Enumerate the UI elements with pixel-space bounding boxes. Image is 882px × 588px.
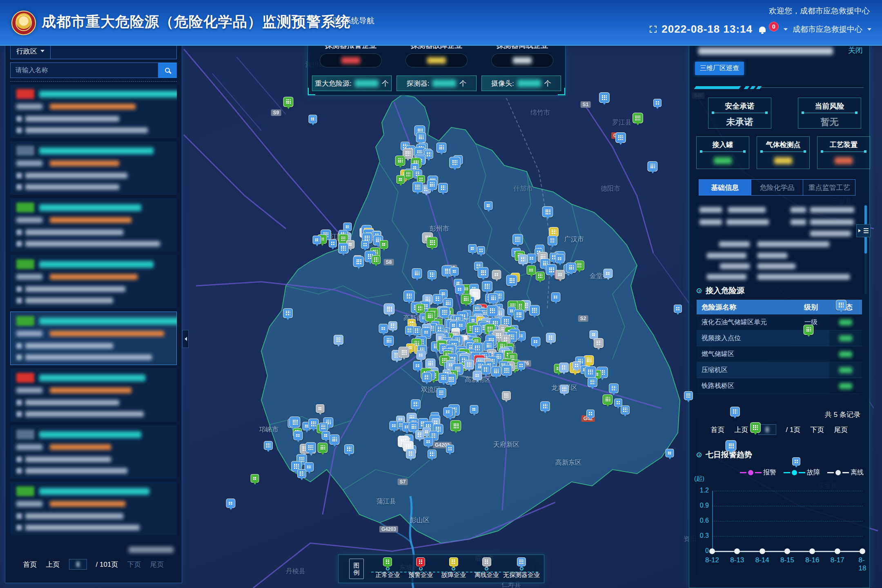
map-marker[interactable] — [449, 157, 461, 168]
map-marker[interactable] — [415, 430, 424, 439]
map-marker[interactable] — [338, 243, 349, 254]
map-marker[interactable] — [590, 330, 598, 339]
map-marker[interactable] — [450, 420, 461, 431]
map-marker[interactable] — [559, 363, 569, 372]
map-marker[interactable] — [427, 180, 437, 190]
table-row[interactable]: 铁路栈桥区 — [697, 378, 862, 394]
map-marker[interactable] — [551, 292, 561, 302]
map-marker[interactable] — [609, 383, 619, 393]
next-page-button[interactable]: 下页 — [810, 425, 824, 434]
map-marker[interactable] — [484, 201, 493, 210]
map-marker[interactable] — [290, 416, 301, 428]
map-marker[interactable] — [540, 401, 550, 411]
last-page-button[interactable]: 尾页 — [150, 560, 164, 569]
map-marker[interactable] — [491, 366, 501, 376]
map-marker[interactable] — [416, 132, 426, 143]
map-marker[interactable] — [506, 275, 517, 286]
map-marker[interactable] — [388, 321, 397, 330]
first-page-button[interactable]: 首页 — [23, 560, 37, 569]
map-marker[interactable] — [653, 99, 662, 107]
map-marker[interactable] — [455, 285, 465, 294]
map-marker[interactable] — [404, 170, 413, 179]
search-input[interactable] — [10, 62, 158, 78]
map-marker[interactable] — [836, 300, 846, 310]
map-marker[interactable] — [585, 366, 596, 378]
map-marker[interactable] — [477, 246, 485, 254]
map-marker[interactable] — [531, 337, 541, 346]
map-marker[interactable] — [492, 270, 501, 279]
map-marker[interactable] — [251, 474, 259, 483]
map-marker[interactable] — [353, 256, 364, 267]
map-marker[interactable] — [648, 161, 658, 172]
map-marker[interactable] — [313, 236, 321, 244]
map-marker[interactable] — [478, 267, 489, 278]
map-marker[interactable] — [305, 442, 316, 453]
map-marker[interactable] — [406, 449, 416, 459]
map-marker[interactable] — [422, 327, 431, 337]
map-marker[interactable] — [633, 113, 643, 123]
prev-page-button[interactable]: 上页 — [46, 560, 60, 569]
next-page-button[interactable]: 下页 — [127, 560, 141, 569]
table-row[interactable]: 液化石油气储罐区单元 一级 — [697, 314, 862, 330]
map-marker[interactable] — [283, 97, 294, 107]
close-button[interactable]: 关闭 — [848, 45, 863, 55]
map-marker[interactable] — [316, 404, 325, 413]
map-marker[interactable] — [548, 236, 557, 245]
bell-icon[interactable] — [759, 27, 766, 32]
table-row[interactable]: 压缩机区 — [697, 362, 862, 378]
first-page-button[interactable]: 首页 — [711, 425, 725, 434]
page-number-input[interactable] — [69, 559, 87, 570]
map-marker[interactable] — [318, 443, 328, 453]
map-marker[interactable] — [428, 270, 437, 279]
map-marker[interactable] — [615, 132, 626, 143]
map-marker[interactable] — [473, 371, 482, 380]
map-marker[interactable] — [726, 440, 737, 451]
map-marker[interactable] — [439, 373, 449, 383]
map-marker[interactable] — [594, 338, 604, 348]
map-marker[interactable] — [560, 385, 569, 394]
map-marker[interactable] — [514, 310, 524, 320]
tab-危险化学品[interactable]: 危险化学品 — [751, 180, 804, 195]
map-marker[interactable] — [428, 450, 437, 459]
map-marker[interactable] — [588, 377, 597, 387]
map-marker[interactable] — [283, 308, 293, 318]
map-marker[interactable] — [411, 399, 421, 409]
search-button[interactable] — [158, 62, 177, 78]
map-marker[interactable] — [450, 267, 459, 276]
enterprise-list-item[interactable] — [10, 312, 177, 365]
map-marker[interactable] — [566, 263, 577, 273]
enterprise-list-item[interactable] — [10, 85, 177, 138]
map-marker[interactable] — [488, 293, 499, 303]
map-marker[interactable] — [684, 391, 693, 400]
tab-基础信息[interactable]: 基础信息 — [699, 180, 751, 195]
map-marker[interactable] — [518, 254, 528, 264]
map-marker[interactable] — [379, 324, 388, 333]
panel-toggle-button[interactable] — [856, 224, 871, 237]
tab-重点监管工艺[interactable]: 重点监管工艺 — [803, 180, 855, 195]
map-marker[interactable] — [536, 272, 545, 281]
map-marker[interactable] — [372, 255, 381, 264]
sidebar-collapse-button[interactable] — [182, 330, 189, 348]
system-nav-button[interactable]: 系统导航 — [333, 16, 374, 26]
map-marker[interactable] — [427, 237, 438, 248]
map-marker[interactable] — [319, 423, 328, 432]
map-marker[interactable] — [674, 305, 682, 313]
map-marker[interactable] — [730, 407, 740, 416]
enterprise-list-item[interactable] — [10, 255, 177, 308]
map-marker[interactable] — [405, 326, 414, 335]
map-marker[interactable] — [529, 305, 540, 316]
map-marker[interactable] — [446, 445, 454, 453]
map-marker[interactable] — [517, 361, 525, 370]
map-marker[interactable] — [294, 431, 303, 440]
map-marker[interactable] — [329, 239, 337, 247]
map-marker[interactable] — [412, 268, 422, 278]
map-marker[interactable] — [621, 405, 630, 414]
map-marker[interactable] — [666, 449, 674, 457]
fullscreen-icon[interactable] — [650, 26, 657, 33]
3d-plant-patrol-button[interactable]: 三维厂区巡查 — [695, 62, 744, 75]
page-number-input[interactable] — [758, 424, 776, 435]
map-marker[interactable] — [502, 391, 511, 400]
map-marker[interactable] — [501, 365, 512, 376]
map-marker[interactable] — [792, 457, 800, 466]
map-marker[interactable] — [424, 437, 433, 446]
